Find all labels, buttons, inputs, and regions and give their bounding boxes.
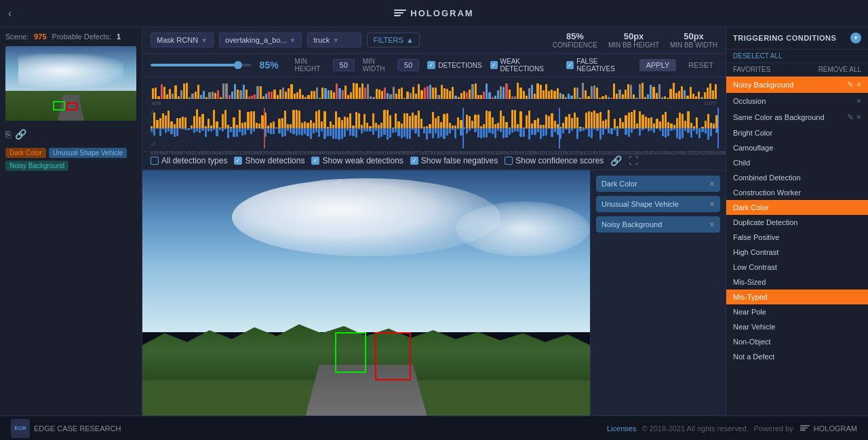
show-weak-checkbox[interactable]: ✓ [311,157,319,165]
show-detections-checkbox-item[interactable]: ✓ Show detections [234,156,304,165]
quad-bar-negative [176,128,178,136]
timeline-bar [585,90,587,99]
condition-non-object[interactable]: Non-Object [726,334,868,349]
weak-detections-checkbox[interactable]: ✓ [490,61,498,69]
same-color-x-icon[interactable]: × [856,113,861,122]
timeline-bar [262,96,264,99]
quad-bar-pair [426,108,428,148]
condition-noisy-background-fav[interactable]: Noisy Background ✎ × [726,77,868,93]
confidence-slider[interactable] [151,64,252,66]
condition-camouflage[interactable]: Camouflage [726,140,868,155]
quad-bar-pair [420,108,422,148]
noisy-bg-edit-icon[interactable]: ✎ [847,80,854,89]
timeline-bar [389,94,391,99]
add-condition-icon[interactable]: + [850,33,861,43]
object-dropdown[interactable]: truck ▼ [307,33,361,47]
quad-bar-negative [583,128,585,131]
show-detections-checkbox[interactable]: ✓ [234,157,242,165]
occlusion-x-icon[interactable]: × [856,96,861,106]
show-confidence-checkbox[interactable] [505,157,513,165]
all-types-checkbox-item[interactable]: All detection types [151,156,227,165]
show-false-neg-checkbox[interactable]: ✓ [410,157,418,165]
condition-child[interactable]: Child [726,155,868,170]
same-color-edit-icon[interactable]: ✎ [847,113,854,122]
noisy-bg-remove-icon[interactable]: × [709,219,715,230]
show-weak-checkbox-item[interactable]: ✓ Show weak detections [311,156,403,165]
quad-bar-negative [174,128,176,137]
timeline-bar [200,95,202,99]
quad-bar-negative [701,128,703,132]
show-confidence-checkbox-item[interactable]: Show confidence scores [505,156,604,165]
quad-bar-negative [159,128,161,136]
timeline-bar [675,93,677,99]
quad-bar-negative [247,128,249,130]
condition-construction-worker[interactable]: Construction Worker [726,185,868,200]
slider-thumb[interactable] [234,61,242,69]
condition-occlusion-fav[interactable]: Occlusion × [726,93,868,109]
condition-near-pole[interactable]: Near Pole [726,304,868,319]
false-negatives-checkbox[interactable]: ✓ [566,61,574,69]
tag-noisy-background[interactable]: Noisy Background [5,161,68,171]
min-width-input[interactable] [397,59,419,71]
tag-unusual-shape[interactable]: Unusual Shape Vehicle [49,148,127,158]
back-button[interactable]: ‹ [8,7,12,20]
quad-bar-positive [397,121,399,128]
quad-bar-pair [588,108,590,148]
video-dropdown[interactable]: overtaking_a_bo... ▼ [219,33,302,47]
false-negatives-checkbox-item[interactable]: ✓ FALSE NEGATIVES [566,58,631,73]
detections-checkbox-item[interactable]: ✓ DETECTIONS [427,61,481,69]
quad-bar-positive [222,114,224,128]
copy-icon[interactable]: ⎘ [5,129,11,140]
quad-bar-negative [426,128,428,140]
quad-bar-negative [457,128,459,129]
quad-bar-negative [338,128,340,140]
quad-bar-pair [330,108,332,148]
quad-bar-negative [201,128,203,131]
quad-bar-negative [679,128,681,140]
active-tag-dark-color[interactable]: Dark Color × [596,176,720,192]
condition-bright-color[interactable]: Bright Color [726,125,868,140]
detections-checkbox[interactable]: ✓ [427,61,435,69]
unusual-shape-remove-icon[interactable]: × [709,199,715,209]
deselect-all-button[interactable]: DESELECT ALL [726,49,868,63]
quad-bar-pair [256,108,258,148]
quad-bar-negative [639,128,641,136]
mask-dropdown[interactable]: Mask RCNN ▼ [151,33,214,47]
remove-all-button[interactable]: REMOVE ALL [818,66,861,73]
active-tag-unusual-shape[interactable]: Unusual Shape Vehicle × [596,196,720,212]
condition-not-a-defect[interactable]: Not a Defect [726,349,868,364]
filters-button[interactable]: FILTERS ▲ [367,33,419,47]
condition-mis-typed[interactable]: Mis-Typed [726,289,868,304]
show-false-neg-checkbox-item[interactable]: ✓ Show false negatives [410,156,498,165]
condition-false-positive[interactable]: False Positive [726,230,868,245]
condition-dark-color-list[interactable]: Dark Color [726,200,868,215]
active-tag-noisy-bg[interactable]: Noisy Background × [596,216,720,233]
quad-bar-pair [540,108,542,148]
min-height-input[interactable] [333,59,355,71]
licenses-link[interactable]: Licenses [607,424,636,433]
noisy-bg-x-icon[interactable]: × [856,80,861,89]
timeline-bar [245,89,248,99]
timeline-bar [271,92,273,99]
near-vehicle-label: Near Vehicle [733,323,775,331]
weak-detections-checkbox-item[interactable]: ✓ WEAK DETECTIONS [490,58,559,73]
link-icon[interactable]: 🔗 [15,129,26,140]
condition-low-contrast[interactable]: Low Contrast [726,260,868,275]
condition-combined-detection[interactable]: Combined Detection [726,170,868,185]
condition-high-contrast[interactable]: High Contrast [726,245,868,260]
tag-dark-color[interactable]: Dark Color [5,148,46,158]
timeline-bar [441,85,443,99]
condition-same-color-fav[interactable]: Same Color as Background ✎ × [726,109,868,125]
expand-icon[interactable]: ⛶ [629,155,638,166]
quad-bar-positive [318,110,320,129]
apply-button[interactable]: APPLY [639,59,677,71]
condition-mis-sized[interactable]: Mis-Sized [726,275,868,289]
timeline-bar [446,89,448,99]
quad-bar-positive [395,113,397,128]
condition-near-vehicle[interactable]: Near Vehicle [726,319,868,334]
dark-color-remove-icon[interactable]: × [709,178,715,189]
reset-button[interactable]: RESET [684,59,717,71]
condition-duplicate-detection[interactable]: Duplicate Detection [726,215,868,230]
link-action-icon[interactable]: 🔗 [610,155,622,166]
all-types-checkbox[interactable] [151,157,159,165]
